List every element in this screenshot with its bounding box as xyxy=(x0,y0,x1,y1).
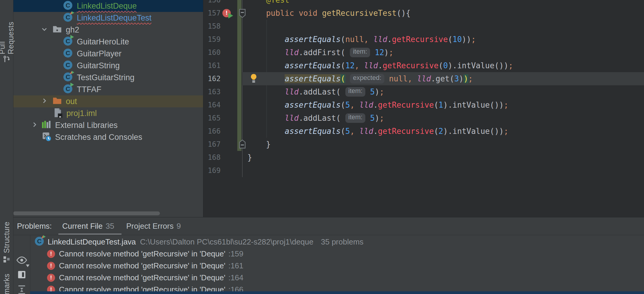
line-number[interactable]: 159 xyxy=(203,33,222,46)
class-icon: C xyxy=(63,84,73,94)
line-number[interactable]: 158 xyxy=(203,20,222,33)
code-line[interactable]: 157 public void getRecursiveTest(){! xyxy=(203,7,644,20)
code-text: lld.addLast( item: 5); xyxy=(242,112,644,125)
error-icon: ! xyxy=(47,250,55,258)
code-line[interactable]: 162 assertEquals( expected: null, lld.ge… xyxy=(203,72,644,85)
line-number[interactable]: 160 xyxy=(203,46,222,59)
problems-file-row[interactable]: C LinkedListDequeTest.java C:\Users\Dalt… xyxy=(30,236,644,248)
chevron-right-icon[interactable] xyxy=(41,97,48,106)
line-number[interactable]: 164 xyxy=(203,98,222,112)
code-line[interactable]: 161 assertEquals(12, lld.getRecursive(0)… xyxy=(203,59,644,72)
tool-button-structure[interactable]: Structure xyxy=(0,222,13,253)
error-message: Cannot resolve method 'getRecursive' in … xyxy=(59,273,225,282)
module-file-icon xyxy=(53,108,63,118)
code-line[interactable]: 158 xyxy=(203,20,644,33)
line-number[interactable]: 167 xyxy=(203,138,222,151)
line-number[interactable]: 165 xyxy=(203,112,222,125)
selected-row-partial xyxy=(30,291,644,294)
tree-item-out[interactable]: out xyxy=(13,95,203,107)
problems-toolbar xyxy=(13,235,30,294)
libraries-icon xyxy=(41,120,52,130)
tab-count: 35 xyxy=(106,222,114,230)
folder-icon xyxy=(52,24,62,35)
chevron-down-icon[interactable] xyxy=(41,26,48,34)
error-icon: ! xyxy=(47,262,55,270)
line-number[interactable]: 161 xyxy=(203,59,222,72)
pull-request-icon[interactable] xyxy=(3,55,10,64)
file-path: C:\Users\Dalton PC\cs61bl\su22-s282\proj… xyxy=(140,237,313,247)
tree-item-guitarstring[interactable]: CGuitarString xyxy=(13,60,203,72)
code-line[interactable]: 166 assertEquals(5, lld.getRecursive(2).… xyxy=(203,125,644,138)
inlay-hint: expected: xyxy=(350,74,384,83)
code-line[interactable]: 160 lld.addFirst( item: 12); xyxy=(203,46,644,59)
problem-error-row[interactable]: !Cannot resolve method 'getRecursive' in… xyxy=(30,260,644,272)
tab-project-errors[interactable]: Project Errors9 xyxy=(126,222,181,231)
error-rows: !Cannot resolve method 'getRecursive' in… xyxy=(30,248,644,294)
preview-layout-icon[interactable] xyxy=(18,270,26,280)
code-line[interactable]: 159 assertEquals(null, lld.getRecursive(… xyxy=(203,33,644,46)
tab-current-file[interactable]: Current File35 xyxy=(62,222,114,231)
line-number[interactable]: 168 xyxy=(203,151,222,164)
line-number[interactable]: 166 xyxy=(203,125,222,138)
problems-title: Problems: xyxy=(17,222,52,231)
run-test-error-icon[interactable]: ! xyxy=(222,9,231,17)
tool-button-pull-requests[interactable]: Pull Requests xyxy=(0,9,13,54)
expand-all-icon[interactable] xyxy=(18,285,26,294)
problem-error-row[interactable]: !Cannot resolve method 'getRecursive' in… xyxy=(30,248,644,260)
folder-orange-icon xyxy=(52,96,62,107)
tree-item-ttfaf[interactable]: CTTFAF xyxy=(13,83,203,95)
code-line[interactable]: 168} xyxy=(203,151,644,164)
structure-icon[interactable] xyxy=(3,256,10,264)
tree-item-label: External Libraries xyxy=(55,121,118,130)
error-line-ref: :159 xyxy=(228,249,244,259)
tree-item-testguitarstring[interactable]: CTestGuitarString xyxy=(13,72,203,83)
tree-item-label: gh2 xyxy=(66,25,79,35)
chevron-right-icon[interactable] xyxy=(31,121,38,129)
tree-item-label: GuitarHeroLite xyxy=(77,37,129,47)
tree-item-external-libraries[interactable]: External Libraries xyxy=(13,119,203,131)
code-line[interactable]: 167 } xyxy=(203,138,644,151)
code-line[interactable]: 156 @Test xyxy=(203,0,644,7)
tree-item-linkedlistdequetest[interactable]: CLinkedListDequeTest xyxy=(13,12,203,24)
fold-region-end-icon[interactable] xyxy=(239,139,246,150)
tree-item-linkedlistdeque[interactable]: CLinkedListDeque xyxy=(13,0,203,12)
code-text: } xyxy=(242,151,644,164)
class-test-icon: C xyxy=(63,12,73,24)
tree-item-guitarplayer[interactable]: CGuitarPlayer xyxy=(13,48,203,60)
code-line[interactable]: 165 lld.addLast( item: 5); xyxy=(203,112,644,125)
active-tab-underline xyxy=(58,233,121,235)
intention-bulb-icon[interactable] xyxy=(250,73,257,85)
line-number[interactable]: 156 xyxy=(203,0,222,7)
line-number[interactable]: 157 xyxy=(203,7,222,20)
autoscroll-eye-icon[interactable] xyxy=(16,256,27,265)
fold-region-start-icon[interactable] xyxy=(239,8,246,20)
line-number[interactable]: 169 xyxy=(203,164,222,177)
code-text: } xyxy=(242,138,644,151)
tree-horizontal-scrollbar[interactable] xyxy=(13,211,160,215)
tree-item-label: Scratches and Consoles xyxy=(55,133,142,142)
class-icon: C xyxy=(63,48,73,58)
tool-button-bookmarks[interactable]: marks xyxy=(0,273,13,294)
problems-list: C LinkedListDequeTest.java C:\Users\Dalt… xyxy=(30,236,644,294)
problem-error-row[interactable]: !Cannot resolve method 'getRecursive' in… xyxy=(30,272,644,284)
class-icon: C xyxy=(63,48,73,59)
tree-item-proj1-iml[interactable]: proj1.iml xyxy=(13,107,203,119)
class-icon: C xyxy=(63,12,73,22)
code-line[interactable]: 163 lld.addLast( item: 5); xyxy=(203,85,644,98)
line-number[interactable]: 163 xyxy=(203,85,222,98)
class-run-icon: C xyxy=(63,36,73,47)
tree-item-scratches-and-consoles[interactable]: Scratches and Consoles xyxy=(13,131,203,143)
code-editor[interactable]: 156 @Test157 public void getRecursiveTes… xyxy=(203,0,644,217)
error-icon: ! xyxy=(47,274,55,282)
error-message: Cannot resolve method 'getRecursive' in … xyxy=(59,261,225,270)
tree-item-guitarherolite[interactable]: CGuitarHeroLite xyxy=(13,36,203,48)
class-icon: C xyxy=(63,60,73,71)
file-problem-count: 35 problems xyxy=(321,237,364,247)
code-text: assertEquals( expected: null, lld.get(3)… xyxy=(242,72,644,85)
inlay-hint: item: xyxy=(350,48,370,57)
line-number[interactable]: 162 xyxy=(203,72,222,85)
inlay-hint: item: xyxy=(345,113,366,123)
code-line[interactable]: 164 assertEquals(5, lld.getRecursive(1).… xyxy=(203,98,644,112)
tree-item-gh2[interactable]: gh2 xyxy=(13,24,203,36)
code-line[interactable]: 169 xyxy=(203,164,644,177)
